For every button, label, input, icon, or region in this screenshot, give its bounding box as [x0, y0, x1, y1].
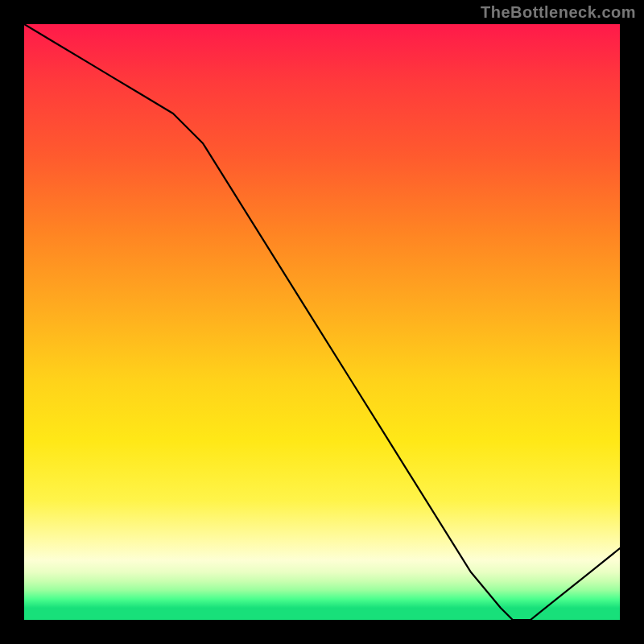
chart-frame: TheBottleneck.com [0, 0, 644, 644]
bottleneck-curve [24, 24, 620, 620]
chart-svg [24, 24, 620, 620]
watermark-text: TheBottleneck.com [481, 3, 636, 22]
plot-area [24, 24, 620, 620]
